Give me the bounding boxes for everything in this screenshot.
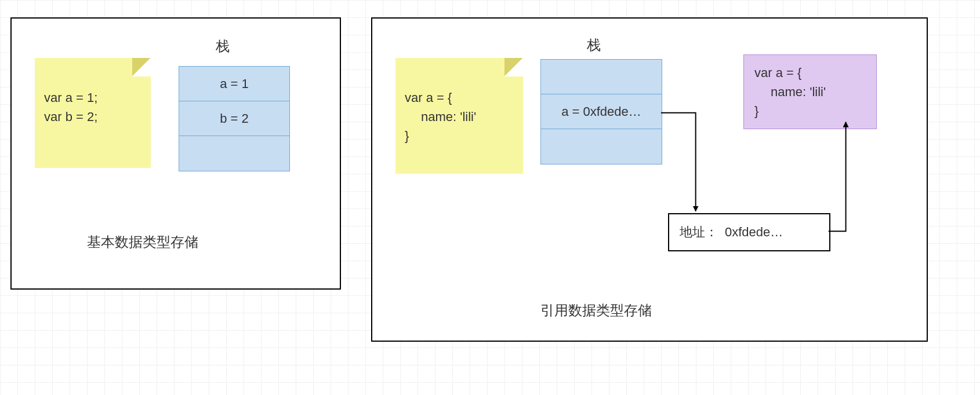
note-line: name: 'lili' xyxy=(405,107,514,126)
address-label: 地址： xyxy=(680,224,718,241)
panel-primitive: 栈 var a = 1; var b = 2; a = 1 b = 2 基本数据… xyxy=(10,17,341,290)
code-note-left: var a = 1; var b = 2; xyxy=(35,58,151,168)
heap-line: var a = { xyxy=(754,63,866,82)
stack-title-right: 栈 xyxy=(587,36,601,54)
note-fold-icon xyxy=(132,58,151,76)
address-value: 0xfdede… xyxy=(725,225,783,240)
stack-cell-empty xyxy=(541,129,662,164)
heap-line: } xyxy=(754,101,866,120)
note-fold-icon xyxy=(504,58,523,76)
note-line: var a = { xyxy=(405,88,514,107)
caption-right: 引用数据类型存储 xyxy=(540,301,652,320)
note-line: var a = 1; xyxy=(44,88,141,107)
stack-cell: b = 2 xyxy=(179,101,289,136)
address-box: 地址： 0xfdede… xyxy=(668,213,830,251)
stack-table-left: a = 1 b = 2 xyxy=(179,66,290,171)
stack-title-left: 栈 xyxy=(216,37,230,56)
note-line: } xyxy=(405,126,514,145)
code-note-right: var a = { name: 'lili' } xyxy=(395,58,523,174)
caption-left: 基本数据类型存储 xyxy=(87,233,198,251)
heap-line: name: 'lili' xyxy=(754,82,866,101)
stack-cell-empty xyxy=(179,136,289,171)
stack-cell: a = 0xfdede… xyxy=(541,94,662,129)
stack-table-right: a = 0xfdede… xyxy=(540,59,662,164)
note-line: var b = 2; xyxy=(44,107,141,126)
stack-cell: a = 1 xyxy=(179,67,289,101)
heap-object-box: var a = { name: 'lili' } xyxy=(743,54,877,129)
stack-cell-empty xyxy=(541,60,662,94)
panel-reference: 栈 var a = { name: 'lili' } a = 0xfdede… … xyxy=(371,17,928,342)
